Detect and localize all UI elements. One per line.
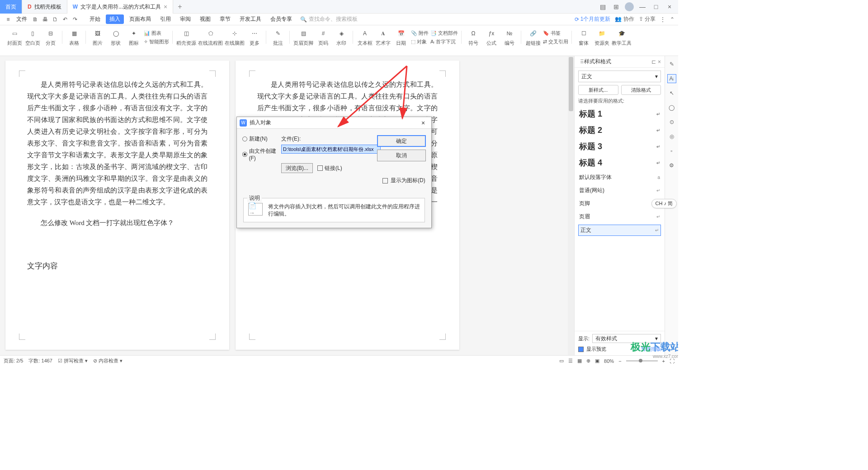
pnum-button[interactable]: #页码 [315,28,331,47]
style-normal-web[interactable]: 普通(网站)↵ [578,185,661,196]
view-mode-3[interactable]: ▦ [577,358,582,364]
scrollbar[interactable] [568,56,574,355]
drop-button[interactable]: Aᵢ 首字下沉 [430,38,458,45]
art-button[interactable]: 𝐀艺术字 [375,28,391,47]
tab-document[interactable]: W文字是人类用符...远的方式和工具× [67,0,174,14]
menu-section[interactable]: 章节 [216,14,234,24]
share-button[interactable]: ⇪ 分享 [639,15,656,23]
radio-from-file[interactable]: 由文件创建(F) [242,147,281,161]
flow-button[interactable]: ⬠在线流程图 [198,28,223,47]
menu-dev[interactable]: 开发工具 [236,14,265,24]
preview-icon[interactable]: 🗋 [51,15,60,24]
preview-checkbox[interactable] [578,347,584,352]
menu-start[interactable]: 开始 [86,14,104,24]
hf-button[interactable]: ▤页眉页脚 [293,28,313,47]
formula-button[interactable]: ƒx公式 [483,28,500,47]
radio-new[interactable]: 新建(N) [242,135,281,143]
style-footer[interactable]: 页脚↵ [578,198,661,209]
menu-icon[interactable]: ≡ [4,15,13,24]
bm-button[interactable]: 🔖 书签 [543,30,568,37]
zoom-level[interactable]: 80% [604,358,614,364]
tab-template[interactable]: D找稻壳模板 [22,0,67,14]
picture-button[interactable]: 🖼图片 [90,28,106,47]
icon-button[interactable]: ✦图标 [126,28,142,47]
style-header[interactable]: 页眉↵ [578,212,661,222]
new-tab-button[interactable]: + [173,0,186,13]
smart-button[interactable]: ✧ 智能图形 [144,38,169,45]
update-notice[interactable]: ⟳ 1个月前更新 [575,15,611,23]
widget-button[interactable]: ☐窗体 [576,28,592,47]
teach-button[interactable]: 🎓教学工具 [612,28,632,47]
menu-insert[interactable]: 插入 [106,14,124,24]
style-default-font[interactable]: 默认段落字体a [578,172,661,183]
style-icon[interactable]: Aᵢ [667,74,676,83]
res-button[interactable]: ◫稻壳资源 [176,28,196,47]
cursor-icon[interactable]: ↖ [667,89,676,98]
menu-review[interactable]: 审阅 [176,14,194,24]
comment-button[interactable]: ✎批注 [270,28,286,47]
content-check-toggle[interactable]: ⊘ 内容检查 ▾ [93,357,123,364]
spellcheck-toggle[interactable]: ☑ 拼写检查 ▾ [58,357,88,364]
print-icon[interactable]: 🖶 [41,15,50,24]
pin-icon[interactable]: ⊏ [651,59,656,65]
gear-icon[interactable]: ⚙ [667,161,676,170]
style-h1[interactable]: 标题 1↵ [578,107,661,121]
minimize-icon[interactable]: — [637,2,647,12]
style-h4[interactable]: 标题 4↵ [578,156,661,169]
fit-icon[interactable]: ⛶ [670,358,675,364]
maximize-icon[interactable]: □ [651,2,661,12]
camera-icon[interactable]: ⊙ [667,118,676,127]
menu-view[interactable]: 视图 [196,14,214,24]
obj-button[interactable]: ⬚ 对象 [411,38,429,45]
new-style-button[interactable]: 新样式... [578,85,618,95]
cover-button[interactable]: ▭封面页 [6,28,23,47]
link-checkbox[interactable]: 链接(L) [317,164,342,172]
zoom-slider[interactable] [626,360,658,362]
search-area[interactable]: 🔍查找命令、搜索模板 [300,15,358,23]
file-path-input[interactable] [281,145,381,154]
current-style-select[interactable]: 正文▾ [578,70,661,82]
chart-button[interactable]: 📊 图表 [144,30,169,37]
grip-icon[interactable]: ⠿ [580,59,584,65]
close-window-icon[interactable]: × [665,2,675,12]
reslib-button[interactable]: 📁资源夹 [594,28,610,47]
redo-icon[interactable]: ↷ [71,15,80,24]
more-icon[interactable]: ⋮ [660,16,665,23]
blank-button[interactable]: ▯空白页 [24,28,41,47]
layout-icon[interactable]: ▤ [598,2,608,12]
view-mode-2[interactable]: ☰ [568,358,573,364]
more-button[interactable]: ⋯更多 [246,28,263,47]
view-mode-4[interactable]: ⊕ [586,358,590,364]
date-button[interactable]: 📅日期 [393,28,409,47]
page-indicator[interactable]: 页面: 2/5 [4,357,23,364]
menu-layout[interactable]: 页面布局 [126,14,155,24]
link-button[interactable]: 🔗超链接 [525,28,541,47]
tab-home[interactable]: 首页 [0,0,22,14]
textbox-button[interactable]: A文本框 [357,28,373,47]
zoom-in-icon[interactable]: + [662,358,665,364]
book-icon[interactable]: ▫ [667,146,676,155]
mind-button[interactable]: ⊹在线脑图 [225,28,245,47]
word-count[interactable]: 字数: 1467 [28,357,52,364]
cancel-button[interactable]: 取消 [377,150,426,161]
grid-icon[interactable]: ⊞ [611,2,621,12]
pencil-icon[interactable]: ✎ [667,60,676,69]
shape-button[interactable]: ◯形状 [108,28,124,47]
symbol-button[interactable]: Ω符号 [465,28,481,47]
num-button[interactable]: №编号 [501,28,518,47]
avatar[interactable] [625,2,634,11]
panel-close-icon[interactable]: × [658,59,661,65]
parts-button[interactable]: 📑 文档部件 [430,30,458,37]
clear-format-button[interactable]: 清除格式 [621,85,661,95]
view-mode-1[interactable]: ▭ [559,358,564,364]
dialog-close-icon[interactable]: × [418,119,429,127]
attach-button[interactable]: 📎 附件 [411,30,429,37]
show-icon-checkbox[interactable]: 显示为图标(D) [382,177,426,184]
menu-ref[interactable]: 引用 [156,14,175,24]
style-h2[interactable]: 标题 2↵ [578,123,661,137]
wm-button[interactable]: ◈水印 [333,28,349,47]
collab-button[interactable]: 👥 协作 [615,15,634,23]
break-button[interactable]: ⊟分页 [42,28,59,47]
zoom-out-icon[interactable]: − [618,358,621,364]
style-h3[interactable]: 标题 3↵ [578,140,661,153]
